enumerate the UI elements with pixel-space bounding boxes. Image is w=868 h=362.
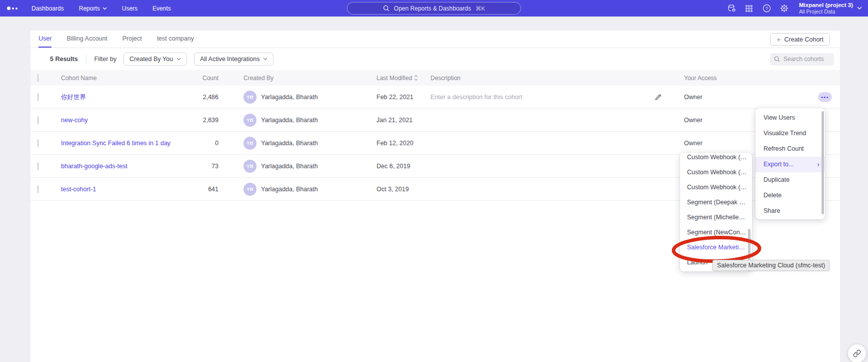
menu-item-delete[interactable]: Delete [756,188,825,203]
table-row[interactable]: new-cohy 2,639 YB Yarlagadda, Bharath Ja… [30,109,840,132]
header-last-modified-label: Last Modified [376,75,412,82]
row-checkbox[interactable] [38,185,38,193]
share-link-button[interactable] [848,344,866,362]
submenu-item-custom-webhook-1[interactable]: Custom Webhook (Cu... [680,153,752,165]
help-icon[interactable]: ? [762,4,771,13]
nav-reports[interactable]: Reports [79,5,107,12]
integrations-dropdown[interactable]: All Active Integrations [194,53,274,66]
cohort-count: 2,486 [170,94,218,101]
search-cohorts-box[interactable] [770,53,834,66]
creator-name: Yarlagadda, Bharath [261,140,318,147]
row-checkbox[interactable] [38,93,38,101]
nav-right-cluster: ? Mixpanel (project 3) All Project Data [727,0,862,17]
nav-events[interactable]: Events [152,5,171,12]
menu-item-share[interactable]: Share [756,203,825,219]
menu-item-visualize-trend[interactable]: Visualize Trend [756,126,825,141]
created-by-cell: YB Yarlagadda, Bharath [244,91,318,104]
data-management-icon[interactable] [727,4,736,13]
submenu-item-salesforce-marketing-cloud[interactable]: Salesforce Marketing C... [680,240,752,255]
submenu-item-segment-newconnec[interactable]: Segment (NewConnec... [680,225,752,240]
settings-gear-icon[interactable] [780,4,788,13]
menu-item-export-to[interactable]: Export to... › [756,157,825,172]
submenu-arrow-icon: › [817,157,820,172]
search-icon [774,56,780,62]
global-search-bar[interactable]: Open Reports & Dashboards ⌘K [347,2,521,15]
apps-grid-icon[interactable] [744,4,754,13]
tab-project[interactable]: Project [122,31,142,48]
cohort-count: 641 [170,186,218,193]
header-description[interactable]: Description [430,75,460,82]
last-modified-cell: Oct 3, 2019 [376,186,409,193]
header-cohort-name[interactable]: Cohort Name [61,75,96,82]
cohort-name-link[interactable]: 你好世界 [61,93,86,101]
search-cohorts-input[interactable] [784,56,828,63]
row-checkbox[interactable] [38,162,38,170]
filter-bar: 5 Results Filter by Created By You All A… [30,48,840,70]
chevron-down-icon [857,7,862,10]
avatar: YB [244,160,256,173]
tab-test-company[interactable]: test company [157,31,194,48]
last-modified-cell: Feb 12, 2020 [376,140,414,147]
row-actions-button[interactable]: ••• [818,92,832,102]
table-row[interactable]: Integration Sync Failed 6 times in 1 day… [30,132,840,155]
last-modified-cell: Feb 22, 2021 [376,94,414,101]
creator-name: Yarlagadda, Bharath [261,117,318,124]
avatar: YB [244,137,256,150]
select-all-checkbox[interactable] [38,74,38,82]
last-modified-cell: Dec 6, 2019 [376,163,410,170]
cohort-name-link[interactable]: test-cohort-1 [61,186,96,193]
chevron-down-icon [263,58,268,61]
plus-icon: + [776,36,780,43]
created-by-dropdown[interactable]: Created By You [124,53,187,66]
project-switcher[interactable]: Mixpanel (project 3) All Project Data [799,2,862,15]
search-icon [383,5,390,12]
project-scope: All Project Data [799,9,853,15]
cohort-count: 0 [170,140,218,147]
mixpanel-logo-icon[interactable] [7,7,18,10]
submenu-item-custom-webhook-3[interactable]: Custom Webhook (ne... [680,180,752,195]
table-row[interactable]: 你好世界 2,486 YB Yarlagadda, Bharath Feb 22… [30,86,840,109]
svg-text:?: ? [766,6,768,11]
last-modified-cell: Jan 21, 2021 [376,117,412,124]
nav-dashboards[interactable]: Dashboards [32,5,64,12]
nav-users[interactable]: Users [122,5,138,12]
header-last-modified[interactable]: Last Modified [376,75,418,82]
menu-item-refresh-count[interactable]: Refresh Count [756,141,825,157]
link-icon [853,349,861,357]
integration-tooltip: Salesforce Marketing Cloud (sfmc-test) [712,260,830,271]
submenu-item-segment-michelletest[interactable]: Segment (MichelleTest) [680,210,752,225]
table-header: Cohort Name Count Created By Last Modifi… [30,70,840,86]
submenu-item-segment-deepak[interactable]: Segment (Deepak con... [680,195,752,210]
created-by-cell: YB Yarlagadda, Bharath [244,183,318,196]
access-value: Owner [684,140,702,147]
create-cohort-button[interactable]: + Create Cohort [770,33,830,46]
menu-item-view-users[interactable]: View Users [756,110,825,126]
nav-reports-label: Reports [79,5,100,12]
tab-user[interactable]: User [38,31,52,48]
chevron-down-icon [102,7,107,10]
header-your-access[interactable]: Your Access [684,75,717,82]
created-by-cell: YB Yarlagadda, Bharath [244,160,318,173]
submenu-item-custom-webhook-2[interactable]: Custom Webhook (Co... [680,165,752,180]
row-checkbox[interactable] [38,139,38,147]
cohort-name-link[interactable]: new-cohy [61,117,88,124]
avatar: YB [244,91,256,104]
header-count[interactable]: Count [170,75,218,82]
tab-billing-account[interactable]: Billing Account [66,31,107,48]
divider [86,55,86,64]
avatar: YB [244,183,256,196]
created-by-cell: YB Yarlagadda, Bharath [244,137,318,150]
cohort-name-link[interactable]: bharath-google-ads-test [61,163,128,170]
description-placeholder[interactable]: Enter a description for this cohort [430,94,522,101]
created-by-cell: YB Yarlagadda, Bharath [244,114,318,127]
access-value: Owner [684,117,702,124]
menu-scrollbar[interactable] [822,111,824,214]
project-name: Mixpanel (project 3) [799,2,853,9]
integrations-value: All Active Integrations [200,56,260,63]
menu-item-duplicate[interactable]: Duplicate [756,172,825,188]
edit-description-pencil-icon[interactable] [654,93,662,101]
cohort-name-link[interactable]: Integration Sync Failed 6 times in 1 day [61,140,170,147]
header-created-by[interactable]: Created By [244,75,274,82]
row-checkbox[interactable] [38,116,38,124]
tabs-row: User Billing Account Project test compan… [30,31,840,48]
